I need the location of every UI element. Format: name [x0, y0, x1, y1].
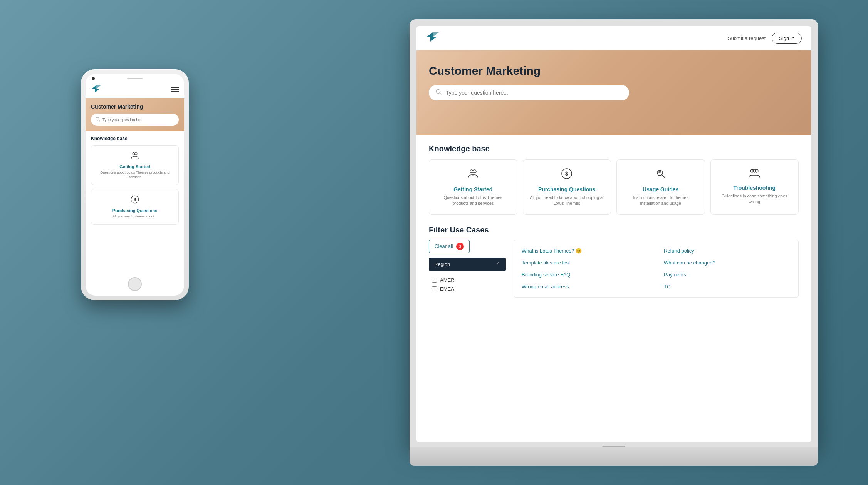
- usage-title: Usage Guides: [623, 186, 698, 192]
- phone-kb-title: Knowledge base: [91, 136, 179, 141]
- laptop: Submit a request Sign in Customer Market…: [410, 19, 818, 466]
- purchasing-desc: All you need to know about shopping at L…: [529, 195, 605, 207]
- search-input[interactable]: [446, 90, 622, 96]
- phone-getting-started-icon: [97, 151, 173, 162]
- article-link[interactable]: Template files are lost: [522, 258, 648, 267]
- kb-card-getting-started[interactable]: Getting Started Questions about Lotus Th…: [429, 159, 517, 215]
- article-link[interactable]: Payments: [664, 270, 791, 279]
- hero-section: Customer Marketing: [416, 50, 811, 135]
- laptop-bezel: Submit a request Sign in Customer Market…: [410, 19, 818, 447]
- svg-point-2: [470, 170, 473, 173]
- kb-section-title: Knowledge base: [429, 144, 799, 153]
- phone-getting-started-title: Getting Started: [97, 164, 173, 169]
- phone-kb-card-purchasing[interactable]: $ Purchasing Questions All you need to k…: [91, 189, 179, 225]
- svg-point-16: [133, 153, 135, 155]
- amer-checkbox[interactable]: [432, 278, 437, 283]
- article-link[interactable]: Branding service FAQ: [522, 270, 648, 279]
- laptop-screen: Submit a request Sign in Customer Market…: [416, 26, 811, 442]
- phone-content: Knowledge base Getting Started Questions…: [86, 131, 184, 291]
- svg-point-10: [753, 169, 756, 172]
- phone-search-input[interactable]: [102, 118, 174, 122]
- filter-section-title: Filter Use Cases: [429, 226, 799, 234]
- phone-home-button[interactable]: [128, 277, 142, 291]
- phone-outer: Customer Marketing Knowledge base: [81, 69, 189, 300]
- kb-cards-grid: Getting Started Questions about Lotus Th…: [429, 159, 799, 215]
- region-filter-header[interactable]: Region ⌃: [429, 258, 506, 271]
- site-content: Knowledge base: [416, 135, 811, 442]
- phone-hero: Customer Marketing: [86, 98, 184, 131]
- filter-option-amer[interactable]: AMER: [429, 276, 506, 284]
- article-link[interactable]: What is Lotus Themes? 😊: [522, 246, 648, 255]
- svg-text:$: $: [134, 197, 136, 202]
- svg-line-15: [99, 120, 100, 121]
- amer-label: AMER: [440, 277, 455, 283]
- site-header: Submit a request Sign in: [416, 26, 811, 50]
- troubleshooting-desc: Guidelines in case something goes wrong: [717, 193, 792, 205]
- phone: Customer Marketing Knowledge base: [81, 69, 189, 300]
- submit-request-link[interactable]: Submit a request: [728, 35, 766, 41]
- phone-speaker: [127, 78, 143, 79]
- phone-camera: [92, 77, 95, 80]
- laptop-body: [410, 447, 818, 466]
- svg-point-3: [473, 170, 476, 173]
- article-link[interactable]: Refund policy: [664, 246, 791, 255]
- filter-option-emea[interactable]: EMEA: [429, 284, 506, 293]
- purchasing-icon: $: [529, 167, 605, 182]
- phone-search-bar[interactable]: [91, 114, 179, 126]
- usage-desc: Instructions related to themes installat…: [623, 195, 698, 207]
- phone-notch-area: [86, 74, 184, 82]
- phone-header: [86, 82, 184, 98]
- site-logo: [426, 32, 440, 45]
- emea-checkbox[interactable]: [432, 286, 437, 291]
- phone-purchasing-title: Purchasing Questions: [97, 208, 173, 213]
- search-icon: [436, 89, 442, 97]
- kb-card-usage[interactable]: Usage Guides Instructions related to the…: [616, 159, 705, 215]
- phone-kb-card-getting-started[interactable]: Getting Started Questions about Lotus Th…: [91, 145, 179, 185]
- site-nav: Submit a request Sign in: [728, 33, 802, 44]
- svg-line-1: [440, 93, 442, 95]
- filter-content: Clear all 3 Region ⌃: [429, 240, 799, 298]
- clear-all-label: Clear all: [435, 243, 453, 249]
- scene: Submit a request Sign in Customer Market…: [0, 0, 868, 485]
- getting-started-icon: [435, 167, 511, 182]
- svg-rect-4: [472, 174, 474, 176]
- phone-page-title: Customer Marketing: [91, 104, 179, 110]
- svg-text:$: $: [565, 171, 568, 177]
- page-title: Customer Marketing: [429, 64, 799, 77]
- article-link[interactable]: TC: [664, 282, 791, 291]
- troubleshooting-icon: [717, 167, 792, 181]
- phone-getting-started-desc: Questions about Lotus Themes products an…: [97, 171, 173, 179]
- article-link[interactable]: What can be changed?: [664, 258, 791, 267]
- hamburger-icon[interactable]: [171, 86, 179, 94]
- sign-in-button[interactable]: Sign in: [772, 33, 802, 44]
- svg-point-17: [135, 153, 137, 155]
- filter-options: AMER EMEA: [429, 274, 506, 295]
- phone-logo: [91, 85, 102, 95]
- phone-search-icon: [96, 116, 100, 123]
- phone-purchasing-icon: $: [97, 195, 173, 206]
- chevron-up-icon: ⌃: [496, 261, 500, 267]
- getting-started-desc: Questions about Lotus Themes products an…: [435, 195, 511, 207]
- articles-list: What is Lotus Themes? 😊 Refund policy Te…: [514, 240, 799, 298]
- website: Submit a request Sign in Customer Market…: [416, 26, 811, 442]
- filter-badge: 3: [456, 242, 464, 250]
- hero-search-bar[interactable]: [429, 85, 629, 100]
- phone-purchasing-desc: All you need to know about...: [97, 214, 173, 219]
- getting-started-title: Getting Started: [435, 186, 511, 192]
- clear-all-button[interactable]: Clear all 3: [429, 240, 470, 253]
- troubleshooting-title: Troubleshooting: [717, 185, 792, 191]
- purchasing-title: Purchasing Questions: [529, 186, 605, 192]
- region-label: Region: [434, 261, 450, 267]
- usage-icon: [623, 167, 698, 182]
- kb-card-purchasing[interactable]: $ Purchasing Questions All you need to k…: [523, 159, 611, 215]
- kb-card-troubleshooting[interactable]: Troubleshooting Guidelines in case somet…: [710, 159, 799, 215]
- article-link[interactable]: Wrong email address: [522, 282, 648, 291]
- phone-screen: Customer Marketing Knowledge base: [86, 74, 184, 296]
- filter-sidebar: Clear all 3 Region ⌃: [429, 240, 506, 298]
- emea-label: EMEA: [440, 286, 454, 292]
